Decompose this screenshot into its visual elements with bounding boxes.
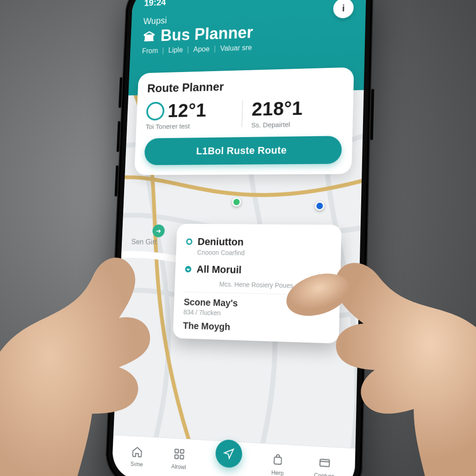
divider [184, 291, 330, 295]
route-planner-card: Route Planner 12°1 Toi Tonerer test 218°… [134, 67, 354, 175]
nav-more[interactable]: Conture [314, 456, 335, 476]
breadcrumb-item[interactable]: Apoe [193, 45, 210, 53]
metric-value: 218°1 [251, 97, 343, 120]
card-title: Route Planner [147, 77, 344, 95]
signal-icon [315, 0, 325, 0]
divider [241, 100, 243, 127]
breadcrumb-item[interactable]: Liple [168, 46, 183, 54]
stop-item[interactable]: The Moygh [183, 320, 329, 336]
nav-label: Alrowl [171, 463, 186, 470]
svg-rect-13 [320, 459, 329, 467]
destination-name: All Moruil [196, 263, 242, 276]
stop-item[interactable]: Scone May's 834 / 7lucken [183, 297, 329, 319]
phone-screen: 19:24 Wupsi Bus Pla [112, 0, 366, 476]
grid-icon [173, 448, 185, 462]
nav-browse[interactable]: Alrowl [171, 448, 186, 471]
destination-sub: Cnooon Coarfind [197, 249, 331, 258]
metric-right[interactable]: 218°1 Ss. Depairtel [251, 97, 343, 129]
svg-rect-10 [175, 455, 178, 458]
svg-rect-8 [175, 449, 178, 453]
download-circle-icon [146, 102, 165, 121]
metric-left[interactable]: 12°1 Toi Tonerer test [145, 99, 233, 131]
svg-rect-12 [274, 457, 282, 464]
destination-name: Deniutton [198, 236, 244, 248]
metric-value: 12°1 [167, 99, 207, 122]
destination-option[interactable]: Deniutton Cnooon Coarfind [185, 232, 331, 262]
card-icon [318, 456, 331, 471]
breadcrumb-item[interactable]: From [142, 47, 158, 55]
nav-home[interactable]: Sıme [130, 445, 143, 468]
phone-frame: 19:24 Wupsi Bus Pla [104, 0, 374, 476]
destination-option[interactable]: All Moruil [185, 259, 330, 282]
nav-plan[interactable] [215, 439, 243, 468]
map-label: Sen Girt [131, 238, 157, 246]
metric-sub: Ss. Depairtel [251, 119, 342, 129]
navigate-icon [215, 439, 243, 468]
nav-label: Sıme [130, 461, 143, 468]
svg-rect-9 [180, 450, 184, 453]
status-time: 19:24 [144, 0, 166, 8]
popover-hint: Mcs. Hene Rosiery Poues [185, 280, 330, 290]
page-title: Bus Planner [160, 23, 254, 45]
radio-selected-icon [185, 266, 192, 272]
destination-popover: Deniutton Cnooon Coarfind All Moruil Mcs… [173, 224, 342, 344]
bag-icon [271, 453, 284, 468]
metric-sub: Toi Tonerer test [145, 121, 232, 130]
nav-label: Herp [271, 469, 284, 476]
nav-help[interactable]: Herp [271, 453, 284, 476]
svg-rect-11 [180, 455, 184, 459]
nav-label: Conture [314, 472, 334, 476]
breadcrumb-item[interactable]: Valuar sre [220, 44, 252, 53]
home-icon [131, 445, 143, 460]
radio-icon [186, 238, 192, 245]
find-route-button[interactable]: L1Bol Ruste Route [144, 136, 342, 165]
stop-name: The Moygh [183, 320, 329, 336]
info-icon: i [342, 3, 345, 13]
bank-icon [142, 29, 156, 43]
